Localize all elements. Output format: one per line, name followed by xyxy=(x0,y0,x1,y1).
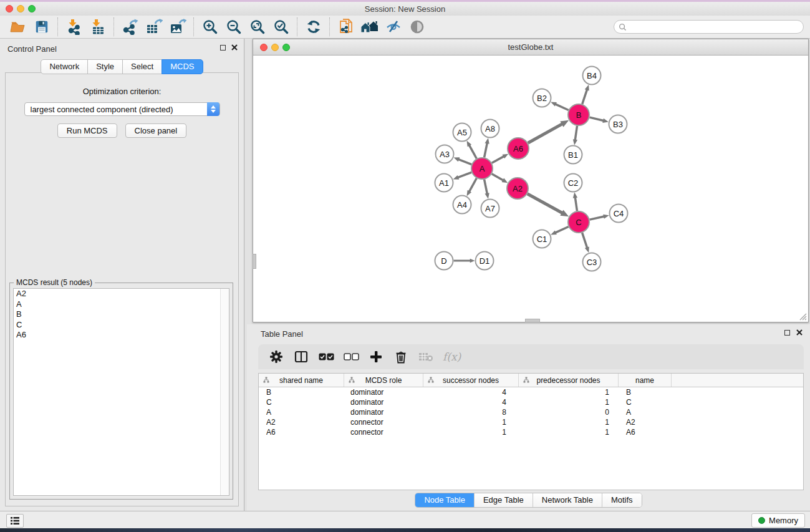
table-cell[interactable]: 8 xyxy=(423,408,519,417)
table-row[interactable]: Bdominator41B xyxy=(259,387,803,397)
table-settings-button[interactable] xyxy=(268,348,284,365)
node-table[interactable]: shared nameMCDS rolesuccessor nodesprede… xyxy=(258,373,804,490)
edge-A-A3[interactable] xyxy=(458,159,471,164)
edge-A-A5[interactable] xyxy=(469,145,476,159)
edge-A-A8[interactable] xyxy=(485,143,488,157)
table-row[interactable]: A6connector11A6 xyxy=(259,427,803,437)
search-input[interactable] xyxy=(629,22,803,32)
close-panel-icon[interactable] xyxy=(231,44,238,51)
zoom-selected-button[interactable] xyxy=(269,17,293,36)
unselect-all-columns-button[interactable] xyxy=(343,348,359,365)
tab-mcds[interactable]: MCDS xyxy=(162,59,203,74)
mcds-result-item[interactable]: B xyxy=(14,309,229,320)
eye-button[interactable] xyxy=(405,17,429,36)
tab-motifs[interactable]: Motifs xyxy=(602,493,642,507)
network-canvas-area[interactable]: AA1A2A3A4A5A6A7A8BB1B2B3B4CC1C2C3C4DD1 xyxy=(253,56,808,322)
memory-button[interactable]: Memory xyxy=(751,513,805,528)
edge-A6-B[interactable] xyxy=(528,124,562,143)
tab-edge-table[interactable]: Edge Table xyxy=(474,493,533,507)
zoom-out-button[interactable] xyxy=(222,17,246,36)
edge-C-C3[interactable] xyxy=(582,233,587,248)
new-network-from-selection-button[interactable] xyxy=(334,17,358,36)
table-cell[interactable]: connector xyxy=(344,428,423,437)
table-cell[interactable]: A xyxy=(619,408,672,417)
tab-network[interactable]: Network xyxy=(41,59,88,74)
open-file-button[interactable] xyxy=(6,17,30,36)
splitter-handle-left[interactable] xyxy=(253,254,256,269)
table-cell[interactable]: dominator xyxy=(344,388,423,397)
close-table-panel-icon[interactable] xyxy=(796,329,803,336)
table-cell[interactable]: 1 xyxy=(519,418,619,427)
table-cell[interactable]: A2 xyxy=(619,418,672,427)
edge-A2-C[interactable] xyxy=(528,194,562,213)
table-cell[interactable]: C xyxy=(619,398,672,407)
table-cell[interactable]: connector xyxy=(344,418,423,427)
table-cell[interactable]: 0 xyxy=(519,408,619,417)
edge-C-C1[interactable] xyxy=(555,226,568,233)
table-cell[interactable]: A6 xyxy=(619,428,672,437)
save-session-button[interactable] xyxy=(30,17,54,36)
edge-B-B2[interactable] xyxy=(555,104,568,110)
tab-network-table[interactable]: Network Table xyxy=(533,493,602,507)
edge-C-C4[interactable] xyxy=(590,216,604,220)
column-header-successor-nodes[interactable]: successor nodes xyxy=(423,374,519,387)
edge-A-A4[interactable] xyxy=(469,178,476,192)
edge-A-A2[interactable] xyxy=(492,174,504,180)
mcds-result-item[interactable]: C xyxy=(14,320,229,331)
network-window-titlebar[interactable]: testGlobe.txt xyxy=(253,39,808,56)
table-cell[interactable]: 1 xyxy=(423,428,519,437)
hide-graphics-details-button[interactable] xyxy=(382,17,405,36)
column-header-MCDS-role[interactable]: MCDS role xyxy=(344,374,423,387)
create-column-button[interactable] xyxy=(368,348,384,365)
mcds-result-item[interactable]: A2 xyxy=(14,289,229,299)
network-canvas[interactable]: AA1A2A3A4A5A6A7A8BB1B2B3B4CC1C2C3C4DD1 xyxy=(253,56,808,322)
select-all-columns-button[interactable] xyxy=(318,348,334,365)
table-cell[interactable]: 1 xyxy=(519,398,619,407)
export-image-button[interactable] xyxy=(166,17,190,36)
zoom-fit-button[interactable] xyxy=(246,17,269,36)
show-columns-button[interactable] xyxy=(293,348,309,365)
refresh-button[interactable] xyxy=(302,17,325,36)
task-history-button[interactable] xyxy=(6,514,24,528)
first-neighbors-button[interactable] xyxy=(358,17,382,36)
table-cell[interactable]: 1 xyxy=(519,428,619,437)
table-cell[interactable]: 4 xyxy=(423,388,519,397)
run-mcds-button[interactable]: Run MCDS xyxy=(57,123,117,138)
table-cell[interactable]: B xyxy=(259,388,344,397)
table-row[interactable]: A2connector11A2 xyxy=(259,417,803,427)
tab-style[interactable]: Style xyxy=(87,59,123,74)
table-cell[interactable]: 4 xyxy=(423,398,519,407)
export-network-button[interactable] xyxy=(118,17,142,36)
edge-A-A7[interactable] xyxy=(485,180,488,194)
edge-B-B3[interactable] xyxy=(590,117,604,120)
mcds-result-item[interactable]: A xyxy=(14,299,229,310)
zoom-in-button[interactable] xyxy=(198,17,222,36)
mcds-result-item[interactable]: A6 xyxy=(14,330,229,341)
column-header-name[interactable]: name xyxy=(619,374,672,387)
import-table-button[interactable] xyxy=(86,17,110,36)
edge-C-C2[interactable] xyxy=(575,197,577,211)
table-row[interactable]: Adominator80A xyxy=(259,407,803,417)
float-panel-icon[interactable] xyxy=(220,45,226,51)
edge-B-B4[interactable] xyxy=(582,89,587,104)
search-field[interactable] xyxy=(614,20,804,34)
column-header-predecessor-nodes[interactable]: predecessor nodes xyxy=(519,374,619,387)
mcds-result-list[interactable]: A2ABCA6 xyxy=(13,288,229,496)
edge-A-A1[interactable] xyxy=(458,172,471,177)
table-cell[interactable]: A2 xyxy=(259,418,344,427)
table-cell[interactable]: A6 xyxy=(259,428,344,437)
close-panel-button[interactable]: Close panel xyxy=(125,123,187,138)
resize-grip-icon[interactable] xyxy=(799,312,807,321)
tab-select[interactable]: Select xyxy=(122,59,162,74)
export-table-button[interactable] xyxy=(142,17,166,36)
criterion-dropdown[interactable]: largest connected component (directed) xyxy=(24,102,220,116)
table-cell[interactable]: C xyxy=(259,398,344,407)
table-row[interactable]: Cdominator41C xyxy=(259,397,803,407)
delete-column-button[interactable] xyxy=(393,348,409,365)
tab-node-table[interactable]: Node Table xyxy=(415,493,474,507)
splitter-handle-bottom[interactable] xyxy=(525,319,540,322)
table-cell[interactable]: dominator xyxy=(344,408,423,417)
edge-B-B1[interactable] xyxy=(575,126,577,140)
table-cell[interactable]: A xyxy=(259,408,344,417)
table-cell[interactable]: B xyxy=(619,388,672,397)
